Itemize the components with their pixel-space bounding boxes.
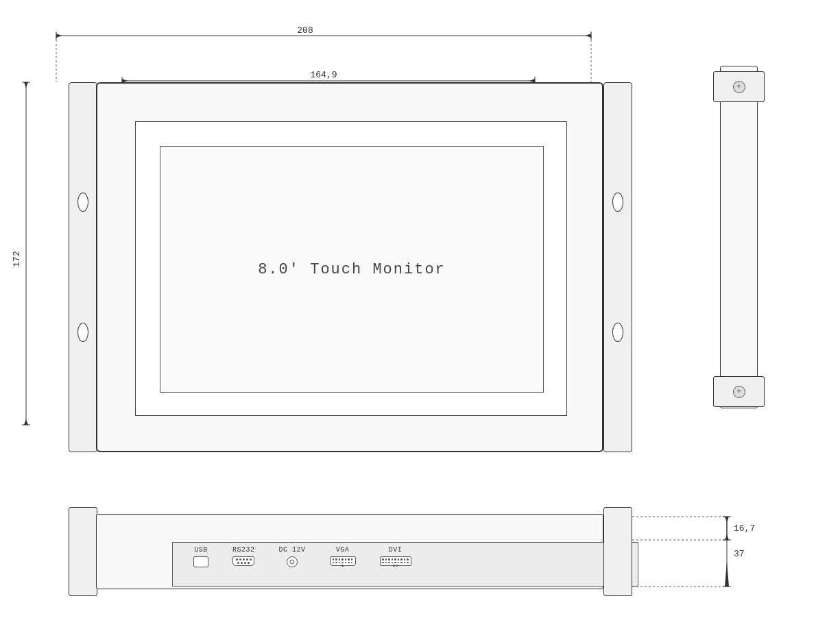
db9-pin	[237, 562, 239, 564]
dvi-pin	[394, 558, 396, 560]
dvi-pin	[394, 562, 396, 564]
dvi-pin	[400, 562, 403, 564]
dvi-pin	[388, 558, 390, 560]
vga-pin	[335, 562, 337, 564]
dvi-pin	[385, 558, 387, 560]
svg-marker-27	[725, 517, 729, 522]
usb-label: USB	[194, 546, 208, 554]
db9-pin	[243, 558, 245, 560]
vga-pin	[345, 562, 347, 564]
dc-label: DC 12V	[279, 546, 306, 554]
rs232-port	[232, 556, 254, 566]
bracket-cutout-top-right	[612, 193, 623, 212]
vga-pin	[341, 565, 344, 567]
dvi-pin	[393, 565, 395, 567]
vga-pin	[348, 558, 350, 560]
vga-pin	[345, 558, 347, 560]
svg-marker-28	[725, 534, 729, 540]
dvi-pin	[382, 562, 384, 564]
dim-172-label: 172	[12, 251, 22, 267]
chassis-outer: 8.0' Touch Monitor	[96, 82, 603, 452]
rs232-label: RS232	[232, 546, 255, 554]
usb-port	[193, 556, 208, 567]
screw-top	[733, 81, 745, 93]
dvi-pin	[404, 562, 406, 564]
bottom-chassis: USB RS232	[96, 514, 603, 589]
vga-pin	[333, 558, 335, 560]
dvi-pin	[382, 558, 384, 560]
dvi-pin	[400, 558, 403, 560]
dvi-pin	[407, 562, 409, 564]
db9-pin	[246, 558, 248, 560]
bottom-bracket-right	[603, 507, 632, 596]
dc-port-group: DC 12V	[279, 546, 306, 567]
dvi-pin	[388, 562, 390, 564]
dvi-pin	[404, 558, 406, 560]
vga-label: VGA	[336, 546, 350, 554]
vga-pin	[333, 562, 335, 564]
port-area: USB RS232	[172, 542, 638, 587]
dvi-pin	[385, 562, 387, 564]
dim-167-label: 16,7	[734, 523, 755, 534]
vga-pin	[339, 562, 341, 564]
usb-port-group: USB	[193, 546, 208, 567]
vga-pin	[339, 558, 341, 560]
bottom-view: USB RS232	[41, 500, 658, 610]
side-view	[713, 66, 775, 412]
screen-label: 8.0' Touch Monitor	[258, 261, 446, 278]
vga-pin	[348, 562, 350, 564]
side-bracket-top	[713, 71, 765, 102]
rs232-port-group: RS232	[232, 546, 255, 566]
front-view: 8.0' Touch Monitor	[41, 27, 658, 466]
dc-port	[287, 556, 298, 567]
screen-bezel: 8.0' Touch Monitor	[135, 121, 567, 416]
right-mounting-bracket	[603, 82, 632, 452]
side-bracket-bottom	[713, 376, 765, 407]
dvi-label: DVI	[389, 546, 403, 554]
screen-area: 8.0' Touch Monitor	[160, 146, 544, 393]
bottom-bracket-left	[69, 507, 97, 596]
bracket-cutout-top-left	[77, 193, 88, 212]
vga-port-group: VGA	[330, 546, 356, 566]
dvi-port-group: DVI	[380, 546, 411, 566]
db9-pin	[248, 562, 250, 564]
dvi-pin	[392, 558, 394, 560]
bracket-cutout-bottom-right	[612, 323, 623, 342]
svg-marker-13	[24, 82, 28, 88]
db9-pin	[250, 558, 252, 560]
vga-pin	[351, 558, 353, 560]
bracket-cutout-bottom-left	[77, 323, 88, 342]
vga-pin	[341, 562, 344, 564]
dvi-pin	[396, 565, 398, 567]
vga-pin	[341, 558, 344, 560]
dvi-pin	[392, 562, 394, 564]
side-chassis	[720, 66, 758, 408]
svg-marker-31	[725, 562, 729, 587]
vga-port	[330, 556, 356, 566]
dim-37-label: 37	[734, 549, 745, 559]
screw-bottom	[733, 386, 745, 398]
left-mounting-bracket	[69, 82, 97, 452]
db9-pin	[241, 562, 243, 564]
main-container: 208 164,9 172 124,1 16	[0, 0, 840, 629]
vga-pin	[335, 558, 337, 560]
db9-pin	[236, 558, 238, 560]
vga-pin	[351, 562, 353, 564]
svg-marker-14	[24, 419, 28, 425]
db9-pin	[239, 558, 241, 560]
dvi-pin	[398, 562, 400, 564]
db9-pin	[244, 562, 246, 564]
dvi-port	[380, 556, 411, 566]
dvi-pin	[398, 558, 400, 560]
dvi-pin	[407, 558, 409, 560]
